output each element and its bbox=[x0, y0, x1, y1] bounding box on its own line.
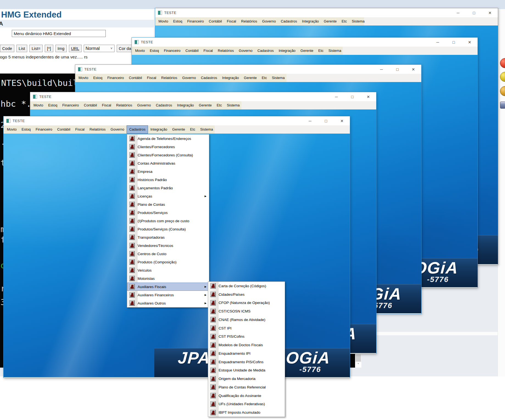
submenu-option[interactable]: Carta de Correção (Códigos) bbox=[208, 282, 285, 290]
menu-option[interactable]: Históricos Padrão bbox=[127, 176, 209, 184]
menu-item[interactable]: Financeiro bbox=[60, 101, 82, 109]
menu-item[interactable]: Movto bbox=[156, 17, 171, 26]
menu-item[interactable]: Contábil bbox=[183, 47, 201, 55]
close-button[interactable]: ✕ bbox=[411, 67, 415, 72]
menu-item[interactable]: Sistema bbox=[269, 74, 287, 82]
minimize-button[interactable]: ─ bbox=[334, 95, 338, 99]
menu-item[interactable]: Movto bbox=[4, 125, 19, 134]
menu-option[interactable]: Auxiliares Outros ▶ bbox=[127, 299, 209, 307]
menu-item[interactable]: Fiscal bbox=[144, 74, 159, 82]
title-bar[interactable]: TESTE ─ □ ✕ bbox=[30, 92, 376, 101]
submenu-option[interactable]: IBPT Imposto Acumulado bbox=[208, 408, 285, 417]
submenu-option[interactable]: CST IPI bbox=[208, 324, 285, 332]
menu-item[interactable]: Financeiro bbox=[105, 74, 127, 82]
menu-option[interactable]: Clientes/Fornecedores (Consulta) bbox=[127, 151, 209, 159]
dancer-figure-icon[interactable] bbox=[500, 102, 505, 109]
menu-item[interactable]: Etc bbox=[339, 17, 349, 26]
orange-smiley-icon[interactable] bbox=[500, 86, 505, 96]
menu-option[interactable]: Contas Administrativas bbox=[127, 159, 209, 167]
title-bar[interactable]: TESTE ─ □ ✕ bbox=[155, 8, 498, 17]
menu-item[interactable]: Estoq bbox=[19, 125, 33, 134]
menu-item[interactable]: Movto bbox=[133, 47, 147, 55]
menu-item[interactable]: Fiscal bbox=[99, 101, 114, 109]
menu-item[interactable]: Gerente bbox=[241, 74, 259, 82]
menu-item[interactable]: Etc bbox=[259, 74, 269, 82]
menu-item[interactable]: Integração bbox=[300, 17, 321, 26]
menu-option[interactable]: Lançamentos Padrão bbox=[127, 184, 209, 192]
maximize-button[interactable]: □ bbox=[350, 95, 354, 99]
menu-item[interactable]: Governo bbox=[108, 125, 127, 134]
menu-option[interactable]: Licenças ▶ bbox=[127, 192, 209, 200]
menu-item[interactable]: Cadastros bbox=[278, 17, 299, 26]
menu-item[interactable]: Relatórios bbox=[114, 101, 135, 109]
maximize-button[interactable]: □ bbox=[452, 40, 456, 44]
menu-item[interactable]: Contábil bbox=[81, 101, 99, 109]
topic-title-input[interactable] bbox=[12, 30, 106, 37]
menu-option[interactable]: Motoristas bbox=[127, 274, 209, 283]
close-button[interactable]: ✕ bbox=[366, 95, 370, 99]
minimize-button[interactable]: ─ bbox=[380, 67, 383, 72]
maximize-button[interactable]: □ bbox=[472, 11, 476, 15]
menu-option[interactable]: Vendedores/Técnicos bbox=[127, 241, 209, 250]
menu-option[interactable]: Clientes/Fornecedores bbox=[127, 143, 209, 151]
maximize-button[interactable]: □ bbox=[324, 119, 328, 123]
menu-option[interactable]: Produtos/Serviços (Consulta) bbox=[127, 225, 209, 233]
menu-item[interactable]: Sistema bbox=[349, 17, 367, 26]
menu-item[interactable]: Estoq bbox=[46, 101, 60, 109]
title-bar[interactable]: TESTE ─ □ ✕ bbox=[4, 116, 350, 125]
menu-item[interactable]: Fiscal bbox=[73, 125, 87, 134]
scrollbar-thumb[interactable] bbox=[356, 354, 361, 362]
menu-option[interactable]: Agenda de Telefones/Endereços bbox=[127, 134, 209, 143]
menu-item[interactable]: Cadastros bbox=[198, 74, 219, 82]
submenu-option[interactable]: UFs (Unidades Federativas) bbox=[208, 400, 285, 408]
menu-item[interactable]: Relatórios bbox=[87, 125, 108, 134]
menu-item[interactable]: Contábil bbox=[126, 74, 144, 82]
menu-item[interactable]: Gerente bbox=[196, 101, 214, 109]
submenu-option[interactable]: CST PIS/Cofins bbox=[208, 332, 285, 341]
submenu-option[interactable]: CFOP (Natureza de Operação) bbox=[208, 299, 285, 307]
menu-item[interactable]: Sistema bbox=[224, 101, 242, 109]
submenu-option[interactable]: Origem da Mercadoria bbox=[208, 374, 285, 383]
menu-item[interactable]: Relatórios bbox=[159, 74, 180, 82]
menu-item[interactable]: Integração bbox=[276, 47, 298, 55]
menu-item[interactable]: Gerente bbox=[170, 125, 188, 134]
menu-item[interactable]: Movto bbox=[31, 101, 46, 109]
menu-item[interactable]: Estoq bbox=[171, 17, 185, 26]
menu-item[interactable]: Estoq bbox=[91, 74, 105, 82]
title-bar[interactable]: TESTE ─ □ ✕ bbox=[75, 65, 421, 74]
menu-option[interactable]: Produtos/Serviços bbox=[127, 208, 209, 217]
menu-item[interactable]: Movto bbox=[76, 74, 91, 82]
submenu-option[interactable]: Qualificação do Assinante bbox=[208, 391, 285, 400]
maximize-button[interactable]: □ bbox=[395, 67, 399, 72]
menu-item[interactable]: Gerente bbox=[298, 47, 316, 55]
menu-item[interactable]: Governo bbox=[260, 17, 278, 26]
yellow-smiley-icon[interactable] bbox=[500, 72, 505, 82]
menu-item[interactable]: Cadastros bbox=[153, 101, 174, 109]
format-button[interactable]: Img bbox=[55, 45, 67, 52]
menu-item[interactable]: Sistema bbox=[198, 125, 216, 134]
menu-option[interactable]: Auxiliares Fiscais ▶ bbox=[127, 283, 209, 291]
menu-item[interactable]: Integração bbox=[148, 125, 170, 134]
menu-item[interactable]: Etc bbox=[214, 101, 224, 109]
submenu-option[interactable]: Modelos de Doctos Fiscais bbox=[208, 341, 285, 349]
close-button[interactable]: ✕ bbox=[468, 40, 471, 44]
submenu-option[interactable]: Enquadramento IPI bbox=[208, 349, 285, 358]
font-size-select[interactable]: Normal ˅ bbox=[84, 45, 115, 52]
menu-option[interactable]: Auxiliares Financeiros ▶ bbox=[127, 291, 209, 299]
minimize-button[interactable]: ─ bbox=[308, 119, 312, 123]
menu-option[interactable]: Centros de Custo bbox=[127, 250, 209, 258]
close-button[interactable]: ✕ bbox=[340, 119, 344, 123]
menu-item[interactable]: Etc bbox=[188, 125, 198, 134]
menu-item[interactable]: Financeiro bbox=[161, 47, 183, 55]
menu-item[interactable]: Financeiro bbox=[33, 125, 55, 134]
menu-item[interactable]: Contábil bbox=[206, 17, 224, 26]
angry-red-smiley-icon[interactable] bbox=[500, 58, 505, 68]
title-bar[interactable]: TESTE ─ □ ✕ bbox=[132, 38, 478, 47]
format-button[interactable]: List bbox=[16, 45, 27, 52]
menu-item[interactable]: Gerente bbox=[321, 17, 339, 26]
submenu-option[interactable]: Estoque Unidade de Medida bbox=[208, 366, 285, 375]
format-button[interactable]: [*] bbox=[45, 45, 53, 52]
menu-option[interactable]: Transportadoras bbox=[127, 233, 209, 241]
submenu-option[interactable]: Plano de Contas Referencial bbox=[208, 383, 285, 391]
format-button[interactable]: URL bbox=[69, 45, 82, 52]
